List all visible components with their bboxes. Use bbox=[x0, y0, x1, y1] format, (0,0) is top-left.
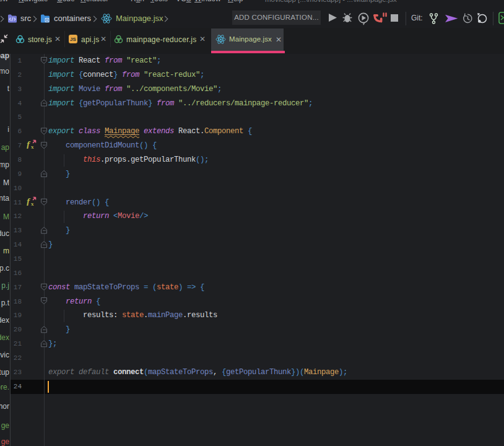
svg-text:x: x bbox=[31, 144, 34, 149]
svg-text:f: f bbox=[27, 196, 31, 206]
svg-text:f: f bbox=[27, 139, 31, 149]
svg-text:x: x bbox=[31, 201, 34, 206]
